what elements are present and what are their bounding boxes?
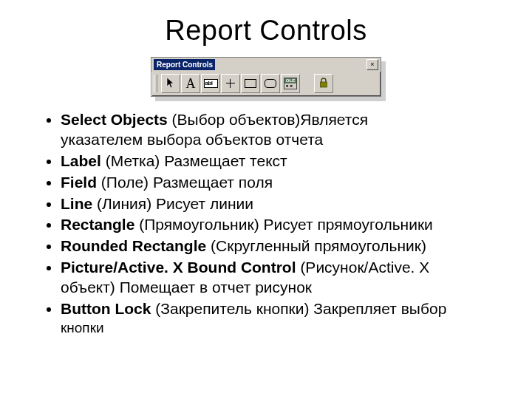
list-item: Select Objects (Выбор объектов)Является … — [61, 110, 497, 150]
toolbar-titlebar: Report Controls × — [151, 58, 381, 72]
select-objects-button[interactable] — [161, 74, 180, 93]
lock-icon — [319, 78, 328, 89]
list-item: Line (Линия) Рисует линии — [61, 194, 497, 214]
toolbar-grip — [154, 75, 157, 92]
item-name: Select Objects — [61, 111, 168, 128]
line-cross-icon — [225, 78, 236, 89]
list-item: Field (Поле) Размещает поля — [61, 173, 497, 193]
rectangle-button[interactable] — [241, 74, 260, 93]
ole-picture-icon: OLE — [284, 78, 297, 89]
toolbar-title: Report Controls — [154, 59, 215, 70]
textbox-icon: abl — [204, 79, 218, 88]
line-button[interactable] — [221, 74, 240, 93]
item-name: Line — [61, 195, 92, 212]
item-name: Rounded Rectangle — [61, 237, 206, 254]
item-name: Rectangle — [61, 216, 134, 233]
letter-a-icon: A — [186, 77, 196, 90]
item-paren: (Прямоугольник) — [139, 216, 259, 233]
rounded-rectangle-icon — [265, 79, 276, 88]
toolbar-buttons: A abl OLE — [151, 72, 381, 96]
item-name: Button Lock — [61, 300, 151, 317]
item-desc: Является — [300, 111, 368, 128]
item-desc: Закрепляет выбор — [313, 300, 446, 317]
item-desc-cont: указателем выбора объектов отчета — [61, 130, 497, 150]
item-paren: (Линия) — [97, 195, 151, 212]
item-paren: (Поле) — [101, 174, 149, 191]
item-desc-cont: кнопки — [61, 319, 497, 337]
list-item: Picture/Active. X Bound Control (Рисунок… — [61, 258, 497, 298]
page-title: Report Controls — [35, 15, 497, 47]
item-desc: Размещает текст — [164, 152, 287, 169]
button-lock-button[interactable] — [314, 74, 333, 93]
item-paren: (Скругленный прямоугольник) — [211, 237, 426, 254]
report-controls-toolbar: Report Controls × A abl — [151, 57, 381, 97]
item-desc: Рисует прямоугольники — [263, 216, 432, 233]
picture-ole-button[interactable]: OLE — [281, 74, 300, 93]
svg-rect-0 — [321, 82, 327, 87]
item-desc: Рисует линии — [156, 195, 253, 212]
list-item: Label (Метка) Размещает текст — [61, 151, 497, 171]
item-desc: Размещает поля — [153, 174, 273, 191]
cursor-arrow-icon — [166, 77, 176, 90]
item-paren: (Закрепитель кнопки) — [155, 300, 309, 317]
description-list: Select Objects (Выбор объектов)Является … — [35, 110, 497, 337]
item-paren: (Рисунок/Active. X — [300, 259, 429, 276]
label-button[interactable]: A — [181, 74, 200, 93]
item-paren: (Выбор объектов) — [172, 111, 301, 128]
field-button[interactable]: abl — [201, 74, 220, 93]
rounded-rectangle-button[interactable] — [261, 74, 280, 93]
item-desc-cont: объект) Помещает в отчет рисунок — [61, 278, 497, 298]
close-icon[interactable]: × — [366, 59, 378, 70]
rectangle-icon — [245, 79, 256, 88]
item-name: Picture/Active. X Bound Control — [61, 259, 296, 276]
item-name: Label — [61, 152, 101, 169]
list-item: Rectangle (Прямоугольник) Рисует прямоуг… — [61, 215, 497, 235]
item-paren: (Метка) — [106, 152, 160, 169]
item-name: Field — [61, 174, 97, 191]
list-item: Button Lock (Закрепитель кнопки) Закрепл… — [61, 299, 497, 337]
toolbar-figure: Report Controls × A abl — [35, 57, 497, 97]
list-item: Rounded Rectangle (Скругленный прямоугол… — [61, 236, 497, 256]
